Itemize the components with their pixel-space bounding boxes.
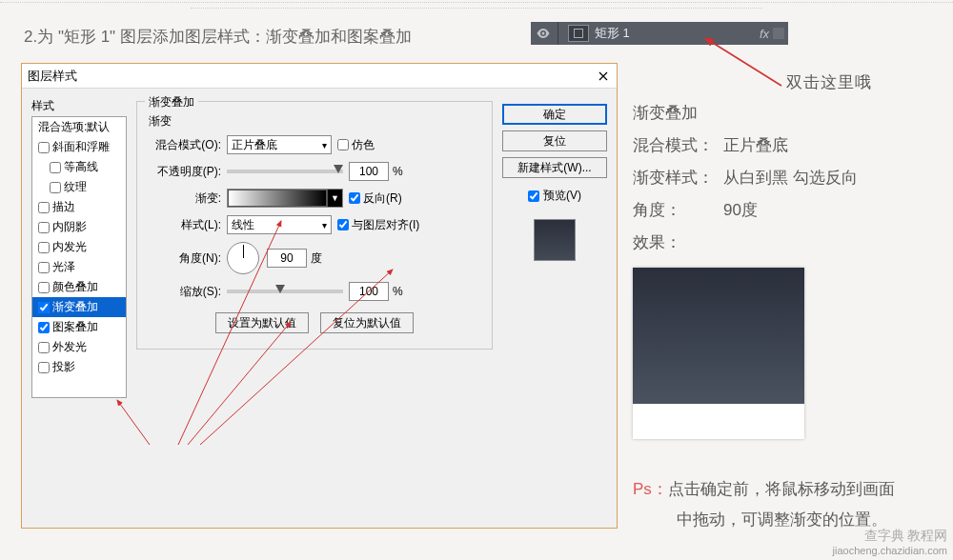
gradient-bar [228,190,327,207]
pct-label: % [393,165,403,178]
scale-value[interactable]: 100 [349,282,389,301]
style-item[interactable]: 图案叠加 [32,317,126,337]
new-style-button[interactable]: 新建样式(W)... [502,157,607,178]
dither-checkbox[interactable]: 仿色 [337,137,375,153]
preview-white [633,404,804,439]
ok-button[interactable]: 确定 [502,104,607,125]
scale-slider[interactable] [227,290,343,293]
note-row: 角度：90度 [633,194,858,227]
dialog-titlebar: 图层样式 [22,64,617,89]
cancel-button[interactable]: 复位 [502,130,607,151]
preview-swatch [534,219,576,261]
ps-note: Ps：点击确定前，将鼠标移动到画面 中拖动，可调整渐变的位置。 [633,474,895,536]
fieldset-sub: 渐变 [149,113,480,130]
fieldset-title: 渐变叠加 [145,94,198,110]
dialog-title-text: 图层样式 [28,68,77,85]
notes-block: 渐变叠加 混合模式：正片叠底渐变样式：从白到黑 勾选反向角度：90度效果： [633,97,858,259]
chevron-down-icon: ▾ [322,220,327,230]
svg-point-0 [542,32,545,35]
gradient-overlay-fieldset: 渐变叠加 渐变 混合模式(O): 正片叠底▾ 仿色 不透明度(P): 100 % [136,101,493,350]
dialog-right-column: 确定 复位 新建样式(W)... 预览(V) [502,98,607,518]
style-item[interactable]: 等高线 [32,157,126,177]
dropdown-icon[interactable] [773,28,784,39]
angle-value[interactable]: 90 [267,249,307,268]
chevron-down-icon: ▾ [322,140,327,150]
reset-default-button[interactable]: 复位为默认值 [320,312,414,333]
style-item[interactable]: 混合选项:默认 [32,117,126,137]
style-item[interactable]: 纹理 [32,177,126,197]
reverse-checkbox[interactable]: 反向(R) [349,190,402,207]
separator [558,22,558,45]
scale-label: 缩放(S): [149,284,221,300]
notes-title: 渐变叠加 [633,97,858,130]
opacity-value[interactable]: 100 [349,162,389,181]
blend-mode-label: 混合模式(O): [149,137,221,153]
fx-badge[interactable]: fx [760,27,769,41]
layer-panel[interactable]: 矩形 1 fx [531,22,788,45]
note-row: 渐变样式：从白到黑 勾选反向 [633,162,858,194]
preview-gradient [633,268,804,404]
styles-list: 混合选项:默认斜面和浮雕等高线纹理描边内阴影内发光光泽颜色叠加渐变叠加图案叠加外… [31,116,127,398]
style-item[interactable]: 投影 [32,357,126,377]
effect-preview [633,268,804,439]
angle-unit: 度 [311,250,322,267]
style-item[interactable]: 外发光 [32,337,126,357]
watermark: 查字典 教程网 jiaocheng.chazidian.com [833,528,947,556]
style-label: 样式(L): [149,217,221,233]
set-default-button[interactable]: 设置为默认值 [215,312,309,333]
blend-mode-select[interactable]: 正片叠底▾ [227,135,332,154]
style-item[interactable]: 光泽 [32,257,126,277]
styles-column: 样式 混合选项:默认斜面和浮雕等高线纹理描边内阴影内发光光泽颜色叠加渐变叠加图案… [31,98,127,518]
style-item[interactable]: 内发光 [32,237,126,257]
visibility-eye-icon[interactable] [535,25,552,42]
style-item[interactable]: 内阴影 [32,217,126,237]
ps-prefix: Ps： [633,480,668,498]
style-item[interactable]: 斜面和浮雕 [32,137,126,157]
options-column: 渐变叠加 渐变 混合模式(O): 正片叠底▾ 仿色 不透明度(P): 100 % [136,98,493,518]
svg-line-1 [705,38,781,86]
opacity-slider[interactable] [227,170,343,173]
note-row: 混合模式：正片叠底 [633,130,858,162]
layer-thumbnail[interactable] [568,25,589,42]
gradient-label: 渐变: [149,190,221,207]
layer-style-dialog: 图层样式 样式 混合选项:默认斜面和浮雕等高线纹理描边内阴影内发光光泽颜色叠加渐… [21,63,618,529]
note-row: 效果： [633,227,858,259]
angle-wheel[interactable] [227,242,259,274]
style-item[interactable]: 渐变叠加 [32,297,126,317]
preview-checkbox[interactable]: 预览(V) [502,188,607,204]
align-checkbox[interactable]: 与图层对齐(I) [337,217,419,233]
layer-name[interactable]: 矩形 1 [595,25,760,42]
close-icon[interactable] [596,69,611,84]
pct-label: % [393,285,403,298]
gradient-picker[interactable]: ▼ [227,189,343,208]
styles-label: 样式 [31,98,127,114]
gradient-dropdown-icon[interactable]: ▼ [327,190,342,207]
style-item[interactable]: 颜色叠加 [32,277,126,297]
style-item[interactable]: 描边 [32,197,126,217]
note-doubleclick: 双击这里哦 [786,71,872,93]
opacity-label: 不透明度(P): [149,164,221,180]
instruction-text: 2.为 "矩形 1" 图层添加图层样式：渐变叠加和图案叠加 [24,26,412,48]
angle-label: 角度(N): [149,250,221,267]
style-select[interactable]: 线性▾ [227,215,332,234]
